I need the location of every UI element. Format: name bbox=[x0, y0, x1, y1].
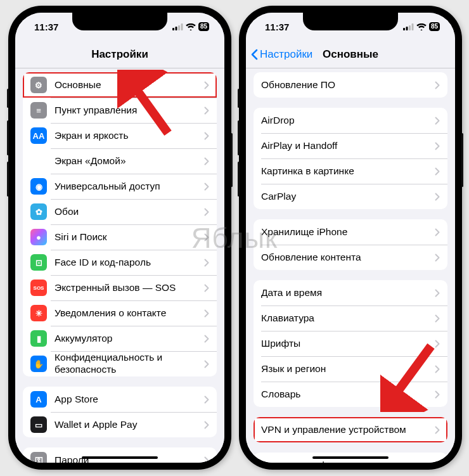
settings-row[interactable]: ◉Универсальный доступ bbox=[23, 174, 217, 199]
settings-row[interactable]: ⚙︎Основные bbox=[23, 72, 217, 98]
settings-row[interactable]: AApp Store bbox=[23, 387, 217, 412]
home-indicator[interactable] bbox=[312, 456, 389, 459]
settings-row[interactable]: Дата и время bbox=[254, 280, 447, 306]
chevron-right-icon bbox=[204, 81, 209, 89]
settings-row[interactable]: ✋Конфиденциальность и безопасность bbox=[23, 351, 217, 376]
chevron-right-icon bbox=[435, 142, 440, 150]
chevron-right-icon bbox=[204, 456, 209, 463]
back-label: Настройки bbox=[260, 48, 312, 61]
chevron-right-icon bbox=[204, 309, 209, 318]
row-label: AirPlay и Handoff bbox=[261, 140, 435, 152]
settings-row[interactable]: ▭Wallet и Apple Pay bbox=[23, 412, 217, 437]
svg-rect-0 bbox=[172, 28, 174, 30]
settings-row[interactable]: VPN и управление устройством bbox=[254, 417, 447, 442]
svg-rect-3 bbox=[181, 23, 183, 30]
clock: 11:37 bbox=[34, 22, 58, 32]
navbar: Настройки Основные bbox=[246, 41, 455, 68]
chevron-right-icon bbox=[435, 81, 440, 89]
sos-icon: SOS bbox=[30, 280, 47, 296]
svg-rect-4 bbox=[403, 28, 405, 30]
row-label: Обновление контента bbox=[261, 252, 435, 264]
svg-rect-5 bbox=[406, 27, 408, 30]
chevron-right-icon bbox=[435, 228, 440, 236]
row-label: Пункт управления bbox=[55, 105, 204, 117]
battery-icon: 85 bbox=[429, 22, 440, 31]
row-label: Конфиденциальность и безопасность bbox=[55, 352, 204, 375]
chevron-right-icon bbox=[204, 233, 209, 241]
settings-row[interactable]: CarPlay bbox=[254, 184, 447, 209]
chevron-right-icon bbox=[204, 396, 209, 404]
back-button[interactable]: Настройки bbox=[251, 48, 312, 61]
settings-row[interactable]: ●Siri и Поиск bbox=[23, 224, 217, 250]
home-indicator[interactable] bbox=[82, 456, 158, 459]
settings-row[interactable]: ▦Экран «Домой» bbox=[23, 148, 217, 174]
chevron-right-icon bbox=[435, 426, 440, 434]
faceid-icon: ⊡ bbox=[30, 254, 47, 271]
cellular-icon bbox=[403, 23, 414, 30]
chevron-right-icon bbox=[435, 167, 440, 176]
row-label: Шрифты bbox=[261, 338, 435, 350]
row-label: Экстренный вызов — SOS bbox=[55, 282, 204, 294]
settings-row[interactable]: Картинка в картинке bbox=[254, 158, 447, 184]
chevron-right-icon bbox=[435, 314, 440, 323]
row-label: Обои bbox=[55, 206, 204, 218]
chevron-right-icon bbox=[204, 421, 209, 429]
row-label: Face ID и код-пароль bbox=[55, 257, 204, 269]
settings-row[interactable]: Шрифты bbox=[254, 331, 447, 356]
settings-row[interactable]: AirPlay и Handoff bbox=[254, 133, 447, 158]
row-label: Картинка в картинке bbox=[261, 165, 435, 177]
svg-rect-1 bbox=[175, 27, 177, 30]
phone-right: 11:37 85 Настройки Основные Обновление П… bbox=[240, 6, 461, 469]
phone-left: 11:37 85 Настройки ⚙︎Основные≡Пункт упра… bbox=[9, 6, 231, 469]
settings-row[interactable]: ≡Пункт управления bbox=[23, 98, 217, 123]
chevron-right-icon bbox=[435, 365, 440, 373]
chevron-right-icon bbox=[204, 106, 209, 115]
row-label: Обновление ПО bbox=[261, 79, 435, 91]
grid-icon: ▦ bbox=[30, 153, 47, 169]
settings-row[interactable]: Язык и регион bbox=[254, 356, 447, 382]
notch bbox=[303, 13, 398, 30]
chevron-right-icon bbox=[204, 208, 209, 216]
chevron-right-icon bbox=[204, 157, 209, 165]
exposure-icon: ✳︎ bbox=[30, 305, 47, 321]
key-icon: ⚿ bbox=[30, 452, 47, 463]
siri-icon: ● bbox=[30, 229, 47, 245]
svg-rect-6 bbox=[409, 25, 411, 30]
settings-row[interactable]: Обновление контента bbox=[254, 245, 447, 270]
chevron-right-icon bbox=[204, 360, 209, 368]
settings-row[interactable]: Словарь bbox=[254, 382, 447, 407]
settings-row[interactable]: SOSЭкстренный вызов — SOS bbox=[23, 275, 217, 300]
hand-icon: ✋ bbox=[30, 356, 47, 372]
row-label: Основные bbox=[55, 79, 204, 91]
settings-row[interactable]: ⊡Face ID и код-пароль bbox=[23, 250, 217, 275]
flower-icon: ✿ bbox=[30, 203, 47, 220]
settings-row[interactable]: Клавиатура bbox=[254, 306, 447, 331]
row-label: Wallet и Apple Pay bbox=[55, 419, 204, 431]
gear-icon: ⚙︎ bbox=[30, 77, 47, 93]
settings-list[interactable]: ⚙︎Основные≡Пункт управленияAAЭкран и ярк… bbox=[15, 68, 224, 463]
chevron-right-icon bbox=[435, 340, 440, 348]
row-label: Дата и время bbox=[261, 287, 435, 299]
row-label: CarPlay bbox=[261, 191, 435, 203]
settings-row[interactable]: ✳︎Уведомления о контакте bbox=[23, 300, 217, 326]
settings-row[interactable]: ⚿Пароли bbox=[23, 447, 217, 463]
general-list[interactable]: Обновление ПО AirDropAirPlay и HandoffКа… bbox=[246, 68, 455, 463]
settings-row[interactable]: ✿Обои bbox=[23, 199, 217, 224]
settings-row[interactable]: AirDrop bbox=[254, 108, 447, 133]
svg-rect-2 bbox=[178, 25, 180, 30]
row-label: Язык и регион bbox=[261, 363, 435, 375]
row-label: Аккумулятор bbox=[55, 333, 204, 345]
settings-row[interactable]: Хранилище iPhone bbox=[254, 219, 447, 245]
settings-row[interactable]: ▮Аккумулятор bbox=[23, 326, 217, 351]
settings-row[interactable]: Обновление ПО bbox=[254, 72, 447, 98]
chevron-right-icon bbox=[435, 254, 440, 262]
settings-row[interactable]: AAЭкран и яркость bbox=[23, 123, 217, 148]
row-label: Siri и Поиск bbox=[55, 231, 204, 243]
row-label: Словарь bbox=[261, 389, 435, 401]
chevron-right-icon bbox=[204, 335, 209, 343]
page-title: Основные bbox=[323, 48, 378, 61]
chevron-right-icon bbox=[435, 193, 440, 201]
row-label: Экран «Домой» bbox=[55, 155, 204, 167]
chevron-right-icon bbox=[204, 259, 209, 267]
accessibility-icon: ◉ bbox=[30, 178, 47, 195]
